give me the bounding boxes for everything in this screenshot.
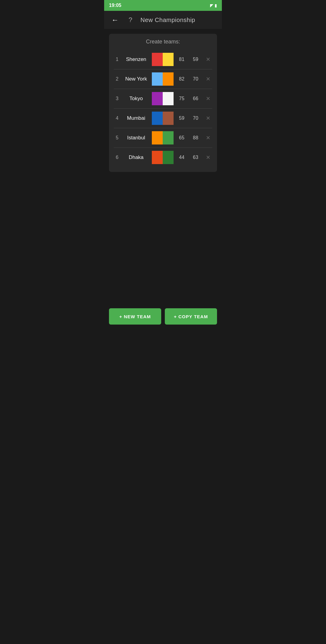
status-time: 19:05 bbox=[109, 3, 121, 8]
team-color2-4[interactable] bbox=[163, 112, 174, 125]
team-color2-1[interactable] bbox=[163, 53, 174, 66]
bottom-buttons: + NEW TEAM + COPY TEAM bbox=[104, 303, 222, 329]
team-row: 4 Mumbai 59 70 ✕ bbox=[114, 109, 212, 128]
team-name-5[interactable]: Istanbul bbox=[123, 135, 149, 141]
team-stat1-2[interactable]: 82 bbox=[176, 76, 187, 82]
team-color2-2[interactable] bbox=[163, 72, 174, 86]
team-number-6: 6 bbox=[114, 155, 120, 160]
team-delete-2[interactable]: ✕ bbox=[204, 76, 212, 82]
back-button[interactable]: ← bbox=[109, 16, 121, 24]
team-color1-6[interactable] bbox=[152, 151, 163, 164]
team-stat2-1[interactable]: 59 bbox=[190, 57, 201, 62]
team-color2-6[interactable] bbox=[163, 151, 174, 164]
team-delete-3[interactable]: ✕ bbox=[204, 95, 212, 102]
team-delete-4[interactable]: ✕ bbox=[204, 115, 212, 122]
team-stat2-5[interactable]: 88 bbox=[190, 135, 201, 141]
team-color1-1[interactable] bbox=[152, 53, 163, 66]
team-name-1[interactable]: Shenzen bbox=[123, 56, 149, 62]
card-title: Create teams: bbox=[114, 39, 212, 45]
team-color1-2[interactable] bbox=[152, 72, 163, 86]
teams-card: Create teams: 1 Shenzen 81 59 ✕ 2 New Yo… bbox=[109, 34, 217, 172]
empty-space bbox=[109, 172, 217, 299]
team-colors-3 bbox=[152, 92, 174, 105]
team-stat2-3[interactable]: 66 bbox=[190, 96, 201, 101]
signal-icon: ◤ bbox=[210, 3, 213, 8]
page-title: New Championship bbox=[140, 17, 217, 24]
team-stat2-4[interactable]: 70 bbox=[190, 116, 201, 121]
team-stat1-6[interactable]: 44 bbox=[176, 155, 187, 160]
team-name-4[interactable]: Mumbai bbox=[123, 115, 149, 121]
team-row: 2 New York 82 70 ✕ bbox=[114, 69, 212, 89]
team-number-2: 2 bbox=[114, 76, 120, 82]
team-row: 6 Dhaka 44 63 ✕ bbox=[114, 148, 212, 167]
team-color1-3[interactable] bbox=[152, 92, 163, 105]
team-colors-1 bbox=[152, 53, 174, 66]
team-colors-2 bbox=[152, 72, 174, 86]
team-number-3: 3 bbox=[114, 96, 120, 101]
help-button[interactable]: ? bbox=[126, 16, 135, 24]
copy-team-button[interactable]: + COPY TEAM bbox=[165, 308, 217, 325]
team-delete-1[interactable]: ✕ bbox=[204, 56, 212, 63]
team-row: 5 Istanbul 65 88 ✕ bbox=[114, 128, 212, 148]
team-stat1-4[interactable]: 59 bbox=[176, 116, 187, 121]
team-delete-6[interactable]: ✕ bbox=[204, 154, 212, 161]
team-name-2[interactable]: New York bbox=[123, 76, 149, 82]
team-colors-4 bbox=[152, 112, 174, 125]
team-colors-6 bbox=[152, 151, 174, 164]
battery-icon: ▮ bbox=[215, 3, 217, 8]
team-number-5: 5 bbox=[114, 135, 120, 141]
team-stat1-3[interactable]: 75 bbox=[176, 96, 187, 101]
team-row: 3 Tokyo 75 66 ✕ bbox=[114, 89, 212, 109]
top-bar: ← ? New Championship bbox=[104, 11, 222, 29]
teams-list: 1 Shenzen 81 59 ✕ 2 New York 82 70 ✕ 3 T… bbox=[114, 50, 212, 167]
team-number-4: 4 bbox=[114, 116, 120, 121]
team-color2-3[interactable] bbox=[163, 92, 174, 105]
team-colors-5 bbox=[152, 131, 174, 144]
new-team-button[interactable]: + NEW TEAM bbox=[109, 308, 161, 325]
team-number-1: 1 bbox=[114, 57, 120, 62]
status-icons: ◤ ▮ bbox=[210, 3, 217, 8]
team-delete-5[interactable]: ✕ bbox=[204, 135, 212, 141]
team-stat2-6[interactable]: 63 bbox=[190, 155, 201, 160]
team-stat1-1[interactable]: 81 bbox=[176, 57, 187, 62]
team-color1-5[interactable] bbox=[152, 131, 163, 144]
team-row: 1 Shenzen 81 59 ✕ bbox=[114, 50, 212, 69]
team-color1-4[interactable] bbox=[152, 112, 163, 125]
team-name-6[interactable]: Dhaka bbox=[123, 154, 149, 160]
team-stat1-5[interactable]: 65 bbox=[176, 135, 187, 141]
content-area: Create teams: 1 Shenzen 81 59 ✕ 2 New Yo… bbox=[104, 29, 222, 303]
status-bar: 19:05 ◤ ▮ bbox=[104, 0, 222, 11]
team-name-3[interactable]: Tokyo bbox=[123, 96, 149, 102]
team-color2-5[interactable] bbox=[163, 131, 174, 144]
team-stat2-2[interactable]: 70 bbox=[190, 76, 201, 82]
